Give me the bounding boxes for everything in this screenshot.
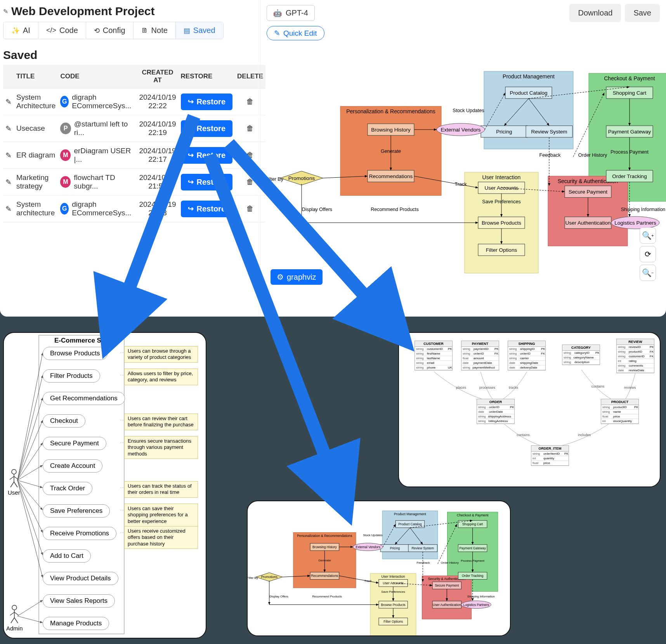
table-row: ✎ Usecase P @startuml left to ri... 2024… bbox=[3, 115, 265, 142]
edit-title-icon[interactable]: ✎ bbox=[3, 8, 8, 15]
table-row: ✎ System architecture G digraph ECommerc… bbox=[3, 196, 265, 222]
note-icon: 🗎 bbox=[141, 26, 148, 35]
edit-row-icon[interactable]: ✎ bbox=[3, 169, 14, 196]
restore-icon: ↪ bbox=[188, 204, 194, 213]
created-at: 2024/10/1922:22 bbox=[137, 88, 178, 115]
quick-edit-button[interactable]: ✎ Quick Edit bbox=[267, 26, 324, 40]
er-table: ORDERstringorderIDPKdateorderDatestrings… bbox=[477, 399, 515, 424]
tab-config[interactable]: ⟲ Config bbox=[86, 22, 134, 39]
svg-text:Save Preferences: Save Preferences bbox=[381, 590, 405, 594]
svg-text:Order History: Order History bbox=[441, 561, 459, 564]
code-preview: flowchart TD subgr... bbox=[74, 173, 134, 190]
svg-line-96 bbox=[14, 476, 18, 480]
usecase-note: Users can review their cart before final… bbox=[124, 414, 198, 430]
svg-text:Payment Gateway: Payment Gateway bbox=[460, 546, 486, 550]
usecase-note: Users receive customized offers based on… bbox=[124, 526, 198, 549]
download-button[interactable]: Download bbox=[569, 4, 621, 22]
created-at: 2024/10/1922:17 bbox=[137, 142, 178, 169]
save-button[interactable]: Save bbox=[625, 4, 660, 22]
restore-icon: ↪ bbox=[188, 178, 194, 186]
restore-button[interactable]: ↪ Restore bbox=[181, 174, 232, 190]
svg-text:Filter By: Filter By bbox=[248, 576, 258, 580]
svg-text:User Interaction: User Interaction bbox=[381, 575, 405, 578]
svg-text:Shipping Information: Shipping Information bbox=[621, 207, 666, 212]
tab-ai[interactable]: ✨ AI bbox=[3, 22, 38, 39]
restore-button[interactable]: ↪ Restore bbox=[181, 120, 232, 137]
saved-icon: ▤ bbox=[184, 26, 190, 35]
restore-button[interactable]: ↪ Restore bbox=[181, 201, 232, 217]
usecase-node: Add to Cart bbox=[43, 549, 91, 563]
svg-text:Shipping Information: Shipping Information bbox=[467, 595, 495, 598]
svg-text:Recommendations: Recommendations bbox=[311, 574, 338, 578]
created-at: 2024/10/1921:58 bbox=[137, 169, 178, 196]
restore-button[interactable]: ↪ Restore bbox=[181, 147, 232, 164]
svg-text:reviews: reviews bbox=[624, 386, 636, 390]
svg-text:tracks: tracks bbox=[509, 386, 519, 390]
er-table: SHIPPINGstringshippingIDPKstringorderIDF… bbox=[508, 341, 546, 370]
actor-user: User bbox=[8, 469, 20, 496]
svg-text:Recommend Products: Recommend Products bbox=[312, 595, 342, 598]
usecase-node: Receive Promotions bbox=[43, 527, 116, 540]
usecase-note: Users can browse through a variety of pr… bbox=[124, 346, 198, 363]
preview-usecase: E-Commerce System User Admin Browse Prod… bbox=[3, 332, 206, 639]
svg-text:contains: contains bbox=[517, 433, 530, 437]
row-title: System architecture bbox=[14, 196, 58, 222]
er-table: PRODUCTstringproductIDPKstringnamefloatp… bbox=[601, 399, 639, 424]
col-code: CODE bbox=[58, 65, 137, 88]
svg-text:Recommend Products: Recommend Products bbox=[371, 207, 419, 212]
svg-point-99 bbox=[12, 605, 17, 610]
tab-saved[interactable]: ▤ Saved bbox=[176, 22, 223, 39]
svg-line-98 bbox=[14, 482, 17, 487]
zoom-reset-button[interactable]: ⟳ bbox=[640, 246, 656, 262]
edit-row-icon[interactable]: ✎ bbox=[3, 142, 14, 169]
svg-text:Logistics Partners: Logistics Partners bbox=[463, 603, 489, 607]
zoom-out-button[interactable]: 🔍− bbox=[640, 265, 656, 281]
svg-text:Recommendations: Recommendations bbox=[369, 173, 413, 179]
svg-line-101 bbox=[10, 612, 14, 615]
svg-text:Browsing History: Browsing History bbox=[371, 127, 411, 133]
svg-text:Promotions: Promotions bbox=[261, 575, 278, 579]
svg-text:User Authentication: User Authentication bbox=[433, 603, 461, 607]
usecase-node: View Product Details bbox=[43, 572, 118, 585]
zoom-in-button[interactable]: 🔍+ bbox=[640, 227, 656, 244]
code-type-badge: G bbox=[60, 203, 69, 215]
er-table: CUSTOMERstringcustomerIDPKstringfirstNam… bbox=[415, 341, 453, 370]
code-preview: @startuml left to ri... bbox=[74, 120, 135, 137]
svg-line-102 bbox=[14, 612, 19, 615]
engine-badge: ⚙ graphviz bbox=[271, 269, 323, 285]
svg-point-93 bbox=[12, 469, 16, 474]
svg-text:User Authentication: User Authentication bbox=[565, 220, 610, 226]
row-title: System Architecture bbox=[14, 88, 58, 115]
diagram-canvas[interactable]: Personalization & RecommendationsProduct… bbox=[267, 40, 660, 289]
usecase-note: Users can save their shopping preference… bbox=[124, 504, 198, 526]
created-at: 2024/10/1921:53 bbox=[137, 196, 178, 222]
tab-code[interactable]: </> Code bbox=[38, 22, 86, 39]
restore-button[interactable]: ↪ Restore bbox=[181, 93, 232, 110]
svg-text:includes: includes bbox=[578, 433, 591, 437]
model-selector[interactable]: 🤖 GPT-4 bbox=[267, 5, 315, 21]
svg-text:Order History: Order History bbox=[578, 152, 607, 158]
svg-text:Checkout & Payment: Checkout & Payment bbox=[604, 75, 655, 81]
usecase-node: Browse Products bbox=[43, 347, 108, 360]
svg-text:Promotions: Promotions bbox=[288, 175, 315, 181]
table-row: ✎ System Architecture G digraph ECommerc… bbox=[3, 88, 265, 115]
code-preview: digraph ECommerceSys... bbox=[72, 93, 134, 110]
svg-text:Generate: Generate bbox=[381, 149, 401, 154]
svg-text:User Interaction: User Interaction bbox=[482, 174, 521, 180]
row-title: Usecase bbox=[14, 115, 58, 142]
tab-label: Saved bbox=[193, 26, 215, 35]
edit-row-icon[interactable]: ✎ bbox=[3, 88, 14, 115]
tab-note[interactable]: 🗎 Note bbox=[134, 22, 176, 39]
code-type-badge: G bbox=[60, 96, 69, 107]
usecase-node: Save Preferences bbox=[43, 504, 110, 518]
svg-line-95 bbox=[10, 476, 14, 480]
table-row: ✎ Marketing strategy M flowchart TD subg… bbox=[3, 169, 265, 196]
usecase-note: Ensures secure transactions through vari… bbox=[124, 436, 198, 459]
svg-text:Save Preferences: Save Preferences bbox=[482, 199, 520, 204]
edit-row-icon[interactable]: ✎ bbox=[3, 196, 14, 222]
svg-text:Process Payment: Process Payment bbox=[461, 559, 485, 563]
edit-row-icon[interactable]: ✎ bbox=[3, 115, 14, 142]
svg-text:Shopping Cart: Shopping Cart bbox=[462, 522, 483, 526]
svg-line-104 bbox=[14, 618, 18, 623]
svg-text:Track: Track bbox=[364, 579, 371, 583]
